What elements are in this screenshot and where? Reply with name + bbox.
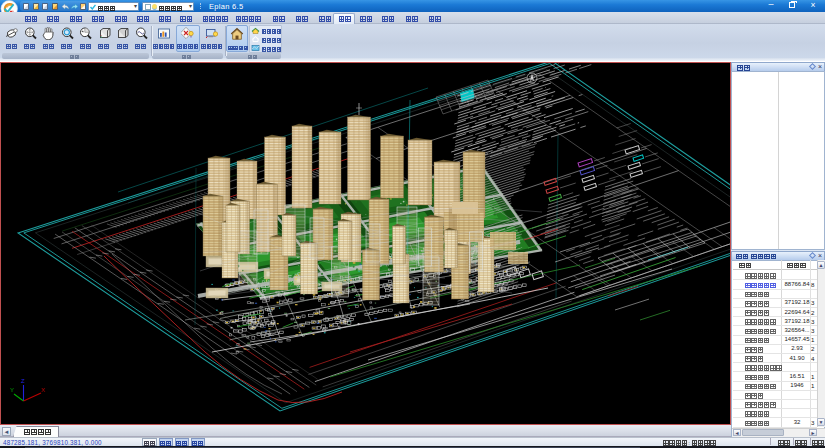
svg-text:Y: Y (10, 387, 14, 393)
svg-text:X: X (41, 387, 45, 393)
svg-text:Z: Z (21, 378, 25, 384)
